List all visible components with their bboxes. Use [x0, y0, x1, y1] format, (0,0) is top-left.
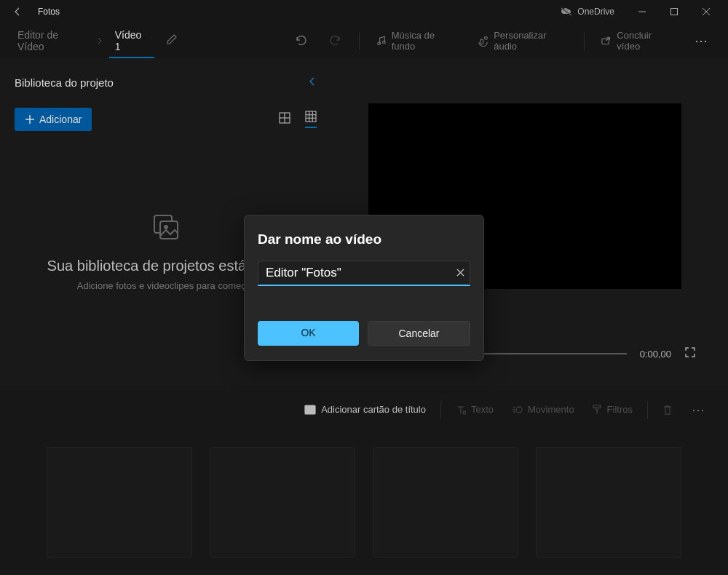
- dialog-title: Dar nome ao vídeo: [258, 231, 470, 247]
- cancel-button[interactable]: Cancelar: [368, 321, 470, 346]
- close-icon: [456, 269, 464, 277]
- modal-overlay: Dar nome ao vídeo OK Cancelar: [0, 0, 728, 575]
- video-editor-app: Fotos OneDrive Editor de Vídeo Vídeo 1: [0, 0, 728, 575]
- clear-input-button[interactable]: [456, 266, 464, 279]
- ok-button[interactable]: OK: [258, 321, 359, 346]
- name-video-dialog: Dar nome ao vídeo OK Cancelar: [244, 215, 484, 361]
- video-name-input[interactable]: [258, 261, 470, 286]
